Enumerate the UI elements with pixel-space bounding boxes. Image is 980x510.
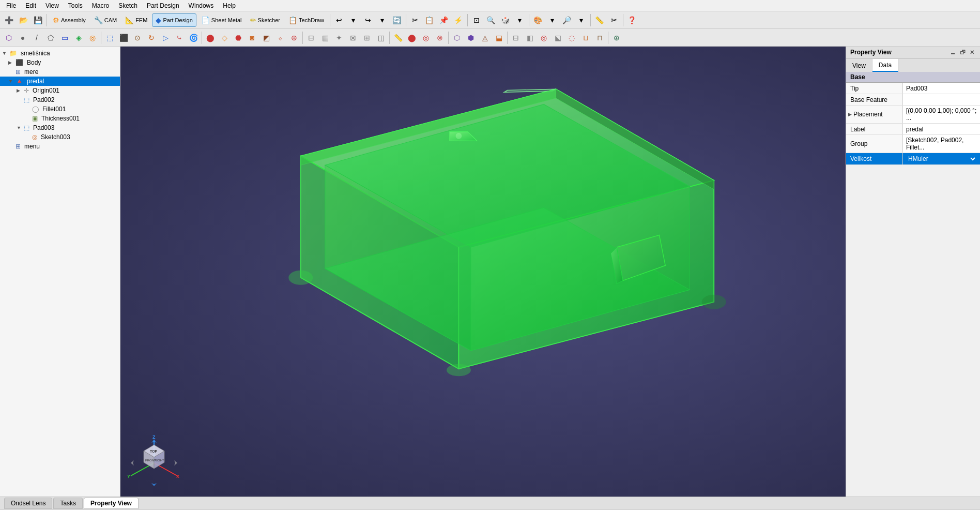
datum-plane-button[interactable]: ▭ bbox=[58, 31, 71, 44]
clipping-button[interactable]: ✂ bbox=[607, 13, 621, 27]
undo-button[interactable]: ↩ bbox=[332, 13, 346, 27]
prop-row-2[interactable]: ▶Placement[(0,00 0,00 1,00); 0,000 °; ..… bbox=[846, 106, 980, 124]
prop-val-5[interactable]: HMulerOption1Option2 bbox=[903, 153, 980, 164]
menu-part-design[interactable]: Part Design bbox=[143, 1, 183, 10]
polar-pattern-button[interactable]: ✦ bbox=[332, 31, 346, 44]
extra4-button[interactable]: ⬓ bbox=[492, 31, 506, 44]
loft-button[interactable]: ▷ bbox=[159, 31, 172, 44]
menu-edit[interactable]: Edit bbox=[21, 1, 40, 10]
tree-item-predal[interactable]: ▼ 🔺 predal bbox=[0, 77, 120, 86]
extra5-button[interactable]: ⊕ bbox=[610, 31, 623, 44]
prop-row-5[interactable]: VelikostHMulerOption1Option2 bbox=[846, 153, 980, 165]
panel-restore-button[interactable]: 🗗 bbox=[958, 49, 967, 56]
fit-all-button[interactable]: ⊡ bbox=[470, 13, 483, 27]
zoom-dropdown[interactable]: ▾ bbox=[575, 13, 588, 27]
subtract-button[interactable]: ⬤ bbox=[204, 31, 217, 44]
tree-item-body[interactable]: ▶ ⬛ Body bbox=[0, 58, 120, 67]
datum4-button[interactable]: ◎ bbox=[537, 31, 550, 44]
data-tab[interactable]: Data bbox=[872, 59, 898, 72]
workbench-techdraw[interactable]: 📋 TechDraw bbox=[285, 13, 328, 27]
part-point-button[interactable]: ● bbox=[16, 31, 29, 44]
tree-item-pad002[interactable]: ⬚ Pad002 bbox=[0, 95, 120, 104]
fillet-button[interactable]: ◙ bbox=[246, 31, 259, 44]
tree-item-root[interactable]: ▼ 📁 smetišnica bbox=[0, 49, 120, 58]
boolean-button[interactable]: ⊕ bbox=[287, 31, 301, 44]
prop-row-3[interactable]: Labelpredal bbox=[846, 124, 980, 135]
cut-button[interactable]: ✂ bbox=[408, 13, 422, 27]
measurement-button[interactable]: 📏 bbox=[391, 31, 405, 44]
datum8-button[interactable]: ⊓ bbox=[593, 31, 606, 44]
hole-button[interactable]: ⊙ bbox=[131, 31, 144, 44]
new-file-button[interactable]: ➕ bbox=[2, 13, 16, 27]
shape-binder-button[interactable]: ⬠ bbox=[44, 31, 57, 44]
part-body-button[interactable]: ⬡ bbox=[2, 31, 16, 44]
clone-button[interactable]: ◈ bbox=[72, 31, 85, 44]
pocket-button[interactable]: ⬛ bbox=[117, 31, 130, 44]
sweep-button[interactable]: ⤷ bbox=[173, 31, 186, 44]
panel-close-button[interactable]: ✕ bbox=[968, 49, 976, 56]
copy-button[interactable]: 📋 bbox=[423, 13, 436, 27]
tree-item-pad003[interactable]: ▼ ⬚ Pad003 bbox=[0, 123, 120, 132]
navigation-cube[interactable]: Z Y X TOP FRONT RIGHT bbox=[126, 434, 182, 491]
property-view-tab[interactable]: Property View bbox=[84, 498, 139, 509]
zoom-in-button[interactable]: 🔍 bbox=[484, 13, 498, 27]
menu-windows[interactable]: Windows bbox=[185, 1, 218, 10]
ondsel-lens-tab[interactable]: Ondsel Lens bbox=[4, 498, 52, 509]
menu-sketch[interactable]: Sketch bbox=[114, 1, 142, 10]
multitransform-button[interactable]: ⊠ bbox=[346, 31, 360, 44]
macro-button[interactable]: ⚡ bbox=[452, 13, 465, 27]
line-button[interactable]: / bbox=[30, 31, 43, 44]
workbench-sheet-metal[interactable]: 📄 Sheet Metal bbox=[197, 13, 246, 27]
menu-view[interactable]: View bbox=[41, 1, 63, 10]
prop-dropdown-5[interactable]: HMulerOption1Option2 bbox=[906, 155, 977, 163]
prop-row-0[interactable]: TipPad003 bbox=[846, 83, 980, 94]
chamfer-button[interactable]: ◩ bbox=[259, 31, 273, 44]
workbench-part-design[interactable]: ◆ Part Design bbox=[152, 13, 196, 27]
boolean2-button[interactable]: ⊗ bbox=[433, 31, 447, 44]
menu-tools[interactable]: Tools bbox=[64, 1, 87, 10]
draft-button[interactable]: ◇ bbox=[218, 31, 231, 44]
workbench-cam[interactable]: 🔧 CAM bbox=[90, 13, 120, 27]
section-button[interactable]: ◫ bbox=[374, 31, 388, 44]
prop-row-1[interactable]: Base Feature bbox=[846, 94, 980, 106]
menu-macro[interactable]: Macro bbox=[88, 1, 113, 10]
datum2-button[interactable]: ⊟ bbox=[509, 31, 523, 44]
tree-item-thickness001[interactable]: ▣ Thickness001 bbox=[0, 114, 120, 123]
view-tab[interactable]: View bbox=[846, 59, 872, 72]
datum7-button[interactable]: ⊔ bbox=[579, 31, 592, 44]
mirrored-button[interactable]: ⊟ bbox=[304, 31, 318, 44]
tree-item-fillet001[interactable]: ◯ Fillet001 bbox=[0, 104, 120, 114]
datum6-button[interactable]: ◌ bbox=[565, 31, 578, 44]
redo-button[interactable]: ↪ bbox=[361, 13, 375, 27]
datum5-button[interactable]: ⬕ bbox=[551, 31, 564, 44]
draw-style-button[interactable]: 🎨 bbox=[531, 13, 545, 27]
move-button[interactable]: ◎ bbox=[419, 31, 433, 44]
revolution-button[interactable]: ↻ bbox=[145, 31, 158, 44]
save-file-button[interactable]: 💾 bbox=[31, 13, 44, 27]
view-presets-dropdown[interactable]: ▾ bbox=[513, 13, 527, 27]
pad-button[interactable]: ⬚ bbox=[103, 31, 116, 44]
workbench-sketcher[interactable]: ✏ Sketcher bbox=[247, 13, 284, 27]
mirror-button[interactable]: ⬣ bbox=[232, 31, 245, 44]
3d-viewport[interactable]: Z Y X TOP FRONT RIGHT bbox=[120, 47, 846, 497]
menu-file[interactable]: File bbox=[2, 1, 20, 10]
undo-dropdown[interactable]: ▾ bbox=[347, 13, 360, 27]
scaled-button[interactable]: ⊞ bbox=[360, 31, 374, 44]
panel-minimize-button[interactable]: 🗕 bbox=[948, 49, 957, 56]
tree-item-sketch003[interactable]: ◎ Sketch003 bbox=[0, 132, 120, 142]
datum3-button[interactable]: ◧ bbox=[523, 31, 537, 44]
draw-style-dropdown[interactable]: ▾ bbox=[546, 13, 559, 27]
sketch-button[interactable]: ◎ bbox=[86, 31, 99, 44]
refresh-button[interactable]: 🔄 bbox=[390, 13, 404, 27]
helix-button[interactable]: 🌀 bbox=[187, 31, 200, 44]
tree-item-mere[interactable]: ⊞ mere bbox=[0, 67, 120, 77]
attach-button[interactable]: ⬤ bbox=[405, 31, 419, 44]
help-button[interactable]: ❓ bbox=[625, 13, 639, 27]
workbench-assembly[interactable]: ⚙ Assembly bbox=[49, 13, 89, 27]
tasks-tab[interactable]: Tasks bbox=[53, 498, 83, 509]
menu-help[interactable]: Help bbox=[219, 1, 240, 10]
view-presets-button[interactable]: 🎲 bbox=[499, 13, 512, 27]
zoom-out-button[interactable]: 🔎 bbox=[560, 13, 574, 27]
paste-button[interactable]: 📌 bbox=[437, 13, 451, 27]
extra3-button[interactable]: ◬ bbox=[478, 31, 492, 44]
